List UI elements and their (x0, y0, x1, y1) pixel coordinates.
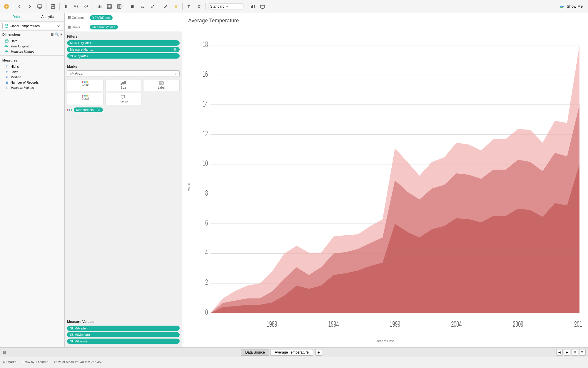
redo-icon[interactable] (82, 2, 90, 11)
nav-film-icon[interactable]: ☰ (579, 349, 586, 356)
toolbar: ✦ T (0, 0, 588, 13)
presentation-icon[interactable] (36, 2, 44, 11)
field-num-records[interactable]: ⊞ Number of Records (0, 80, 64, 85)
pen-icon[interactable] (162, 2, 170, 11)
svg-rect-26 (254, 5, 255, 8)
svg-rect-38 (121, 95, 125, 98)
hash-lows-icon: # (5, 70, 9, 74)
svg-rect-32 (68, 26, 71, 27)
svg-point-66 (3, 351, 6, 352)
field-date[interactable]: Date (0, 38, 64, 44)
svg-rect-10 (101, 6, 101, 8)
home-icon[interactable]: ✦ (2, 2, 11, 11)
svg-rect-8 (98, 6, 98, 8)
marks-color-btn[interactable]: Color (67, 79, 103, 91)
datasource-select[interactable]: Global Temperatures (2, 23, 62, 29)
svg-text:1999: 1999 (390, 319, 400, 327)
svg-text:14: 14 (203, 99, 208, 108)
svg-rect-2 (38, 5, 42, 8)
chart-container[interactable]: Value Year of Date (182, 26, 588, 347)
svg-text:0: 0 (205, 307, 208, 317)
svg-text:2014: 2014 (574, 319, 582, 327)
search-icon[interactable]: 🔍 (55, 32, 59, 37)
measure-values-pill[interactable]: Measure Values (90, 25, 118, 29)
detail-label: Detail (81, 97, 89, 100)
sum-highs-pill[interactable]: SUM(Highs) (67, 326, 180, 331)
back-icon[interactable] (16, 2, 24, 11)
field-lows[interactable]: # Lows (0, 69, 64, 74)
field-median[interactable]: # Median (0, 74, 64, 80)
chart-title: Average Temperature (182, 13, 588, 26)
expand-icon[interactable]: ▾ (60, 32, 62, 37)
chart-type-icon[interactable] (248, 2, 257, 11)
pin-icon[interactable] (195, 2, 203, 11)
marks-tooltip-btn[interactable]: Tooltip (105, 93, 142, 105)
undo-icon[interactable] (72, 2, 80, 11)
marks-type-dropdown[interactable]: Area (67, 70, 180, 77)
tab-analytics[interactable]: Analytics (32, 13, 65, 21)
rows-pills: Measure Values (89, 24, 181, 30)
bar-chart-icon[interactable] (95, 2, 103, 11)
table-icon[interactable] (105, 2, 113, 11)
hash-median-icon: # (5, 75, 9, 79)
rows-cols: 1 row by 1 column (22, 360, 48, 364)
date-label: Date (11, 39, 17, 43)
divider1 (0, 55, 64, 56)
show-me-button[interactable]: Show Me (557, 3, 586, 10)
date-icon (5, 39, 9, 43)
svg-point-21 (133, 7, 134, 8)
grid-view-icon[interactable]: ⊞ (51, 32, 54, 37)
main-content: Data Analytics Global Temperatures Dimen… (0, 13, 588, 347)
nav-grid-icon[interactable]: ⊞ (572, 349, 578, 356)
columns-label: Columns (66, 16, 89, 19)
svg-rect-5 (52, 6, 54, 8)
svg-rect-33 (68, 27, 71, 29)
svg-text:12: 12 (203, 129, 208, 138)
pause-icon[interactable] (62, 2, 70, 11)
datasource-name: Global Temperatures (10, 24, 56, 28)
year-date-pill[interactable]: YEAR(Date) (90, 15, 113, 20)
tab-data[interactable]: Data (0, 13, 32, 21)
sort-asc-icon[interactable] (138, 2, 147, 11)
text-icon[interactable]: T (185, 2, 193, 11)
forward-icon[interactable] (26, 2, 34, 11)
tab-avg-temp[interactable]: Average Temperature (270, 349, 313, 356)
svg-rect-9 (99, 5, 100, 8)
worksheet-icon[interactable] (115, 2, 123, 11)
left-tabs: Data Analytics (0, 13, 64, 21)
middle-panel: Columns YEAR(Date) Rows Measure Values F… (65, 13, 182, 347)
records-label: Number of Records (11, 81, 39, 84)
device-icon[interactable] (258, 2, 267, 11)
sort-desc-icon[interactable] (148, 2, 157, 11)
marks-type-label: Area (75, 72, 173, 76)
svg-text:2009: 2009 (513, 319, 523, 327)
sum-median-pill[interactable]: SUM(Median) (67, 332, 180, 337)
marks-size-btn[interactable]: Size (105, 79, 142, 91)
marks-label-btn[interactable]: Label (143, 79, 180, 91)
field-year-original[interactable]: Abc Year Original (0, 44, 64, 49)
x-axis: 1989 1994 1999 2004 2009 2014 (267, 319, 582, 327)
sep8 (206, 3, 206, 10)
filter-month[interactable]: MONTH(Date) (67, 40, 180, 46)
field-measure-values[interactable]: ⊞ Measure Values (0, 85, 64, 90)
field-highs[interactable]: # Highs (0, 64, 64, 69)
svg-point-18 (133, 6, 134, 7)
nav-prev-icon[interactable]: ◀ (556, 349, 563, 356)
highlight-icon[interactable] (172, 2, 180, 11)
nav-next-icon[interactable]: ▶ (564, 349, 570, 356)
measure-values-label: Measure Values (11, 86, 34, 89)
color-measure-pill[interactable]: Measure Na... (74, 107, 103, 112)
filter-year[interactable]: YEAR(Date) (67, 53, 180, 59)
nav-icons: ◀ ▶ ⊞ ☰ (556, 349, 586, 356)
standard-dropdown[interactable]: Standard (208, 4, 243, 9)
marks-detail-btn[interactable]: Detail (67, 93, 103, 105)
svg-text:16: 16 (203, 69, 208, 79)
field-measure-names[interactable]: Abc Measure Names (0, 49, 64, 54)
filter-measure-names[interactable]: Measure Nam... (67, 47, 180, 52)
tab-data-source[interactable]: Data Source (241, 349, 269, 356)
save-icon[interactable] (49, 2, 57, 11)
color-dots (82, 81, 88, 83)
grid-icon[interactable] (128, 2, 137, 11)
sum-lows-pill[interactable]: SUM(Lows) (67, 339, 180, 344)
add-sheet-btn[interactable]: + (315, 349, 322, 356)
